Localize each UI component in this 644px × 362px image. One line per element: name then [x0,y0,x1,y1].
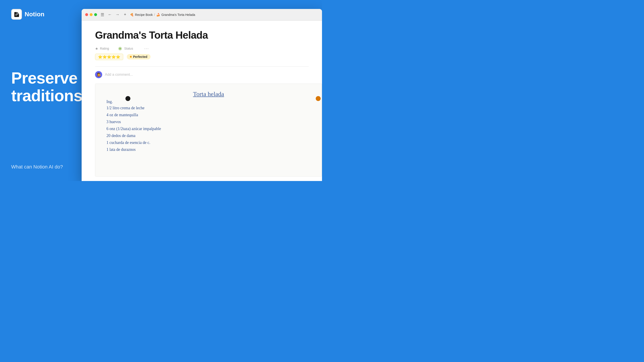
property-values-row: ⭐⭐⭐⭐⭐ Perfected [95,54,308,60]
forward-button[interactable]: → [114,12,120,17]
recipe-image-container: Torta helada Ing. 1/2 litro crema de lec… [95,84,322,177]
breadcrumb-separator: / [154,13,155,16]
page-title: Grandma's Torta Helada [95,29,308,41]
notion-content: Grandma's Torta Helada ★ Rating ✳️ Statu… [82,20,322,181]
ingredient-2: 4 oz de mantequilla [106,112,313,118]
comment-row[interactable]: 🧑‍🎤 Add a comment... [95,71,308,78]
browser-chrome: ☰ ← → + 🍕 Recipe Book / 🍰 Grandma's Tort… [82,9,322,20]
traffic-light-fullscreen[interactable] [94,13,97,16]
ingredient-5: 20 dedos de dama [106,133,313,139]
browser-nav: ← → [107,12,120,17]
properties-row: ★ Rating ✳️ Status ··· [95,46,308,51]
ingredient-3: 3 huevos [106,119,313,125]
status-property: ✳️ Status [118,46,133,51]
recipe-image-area: Torta helada Ing. 1/2 litro crema de lec… [82,84,322,177]
status-dot [130,56,132,58]
rating-label: Rating [100,47,109,50]
cursor-dot-1 [126,96,130,101]
ingredient-1: 1/2 litro crema de leche [106,105,313,111]
traffic-lights [85,13,97,16]
ingredient-7: 1 lata de duraznos [106,147,313,153]
status-icon: ✳️ [118,46,122,51]
traffic-light-close[interactable] [85,13,88,16]
recipe-book-label: Recipe Book [135,13,153,16]
status-value: Perfected [133,55,147,58]
status-badge: Perfected [127,54,150,59]
back-button[interactable]: ← [107,12,113,17]
divider [95,66,308,67]
new-tab-button[interactable]: + [124,12,126,17]
cursor-dot-2 [316,96,321,101]
ingredient-4: 6 onz (1/2taza) azúcar impalpable [106,126,313,132]
status-label: Status [124,47,133,50]
user-avatar: 🧑‍🎤 [95,71,102,78]
comment-placeholder[interactable]: Add a comment... [105,73,133,77]
browser-window: ☰ ← → + 🍕 Recipe Book / 🍰 Grandma's Tort… [82,9,322,181]
ingredient-6: 1 cucharda de esencia de c. [106,140,313,146]
rating-value[interactable]: ⭐⭐⭐⭐⭐ [95,54,123,60]
cta-link[interactable]: What can Notion AI do? [11,164,63,170]
recipe-handwritten-title: Torta helada [104,90,313,98]
more-properties-button[interactable]: ··· [144,46,149,51]
notion-logo-icon [11,9,22,20]
rating-property: ★ Rating [95,46,109,51]
browser-menu-icon[interactable]: ☰ [100,12,104,17]
page-icon: 🍰 [156,13,160,16]
cta-anchor[interactable]: What can Notion AI do? [11,164,63,170]
handwritten-recipe: Torta helada Ing. 1/2 litro crema de lec… [95,84,322,160]
traffic-light-minimize[interactable] [90,13,92,16]
notion-brand-name: Notion [24,11,44,18]
ingredients-label: Ing. [106,99,313,104]
browser-breadcrumb: 🍕 Recipe Book / 🍰 Grandma's Torta Helada [130,13,318,16]
star-icon: ★ [95,46,98,51]
page-label: Grandma's Torta Helada [162,13,195,16]
recipe-book-icon: 🍕 [130,13,134,16]
